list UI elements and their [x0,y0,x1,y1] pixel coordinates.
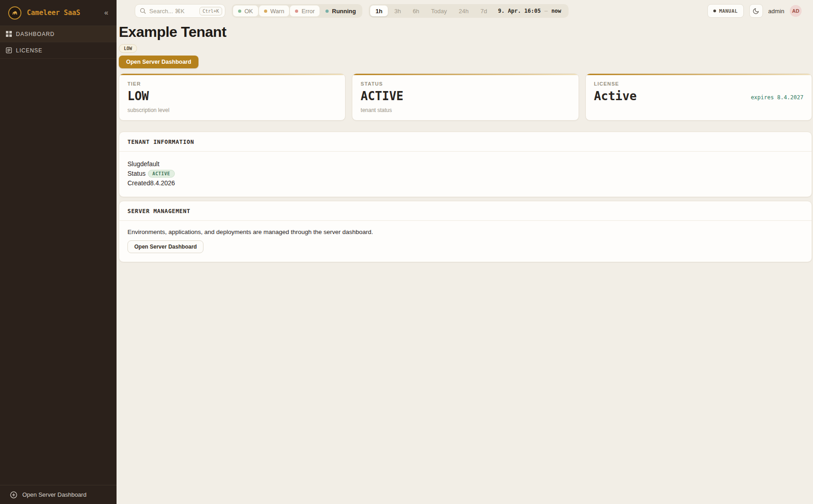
mode-badge-label: MANUAL [719,8,738,14]
panel-header: TENANT INFORMATION [119,132,812,152]
server-management-description: Environments, applications, and deployme… [127,229,803,235]
warn-status-dot-icon [264,10,267,13]
info-value: default [140,160,159,168]
sidebar-item-label: DASHBOARD [16,31,55,37]
sidebar-item-dashboard[interactable]: DASHBOARD [0,26,117,42]
time-range-6h[interactable]: 6h [407,5,425,16]
tenant-information-panel: TENANT INFORMATION Slugdefault Status AC… [119,132,812,197]
sidebar-item-license[interactable]: LICENSE [0,42,117,59]
license-expiry-note: expires 8.4.2027 [751,94,803,103]
tier-value: LOW [127,90,149,103]
range-from: 9. Apr. 16:05 [498,8,541,14]
page-title: Example Tenant [119,24,812,41]
time-range-3h[interactable]: 3h [389,5,406,16]
open-server-dashboard-secondary-button[interactable]: Open Server Dashboard [127,240,203,253]
sidebar-footer-label: Open Server Dashboard [22,491,86,498]
info-label: Slug [127,160,140,168]
status-filter-group: OK Warn Error Running [232,4,362,18]
search-shortcut-kbd: Ctrl+K [199,7,222,15]
time-range-group: 1h 3h 6h Today 24h 7d 9. Apr. 16:05 — no… [369,4,569,18]
info-value: 8.4.2026 [150,179,175,187]
card-subtext: subscription level [127,107,337,113]
search-input[interactable] [149,8,196,15]
plus-circle-icon [10,491,17,499]
license-card: LICENSE Active expires 8.4.2027 [585,73,812,121]
info-label: Created [127,179,150,187]
filter-label: Error [301,8,315,15]
active-status-badge: ACTIVE [148,170,175,178]
content: Example Tenant LOW Open Server Dashboard… [117,22,813,262]
search-icon [140,8,146,14]
time-range-display: 9. Apr. 16:05 — now [493,8,567,14]
search-box[interactable]: Ctrl+K [135,4,225,18]
tier-badge: LOW [119,44,137,53]
main-area: Ctrl+K OK Warn Error Running 1h 3h 6 [117,0,813,504]
filter-error-button[interactable]: Error [290,5,320,16]
info-label: Status [127,170,146,177]
server-management-panel: SERVER MANAGEMENT Environments, applicat… [119,201,812,262]
sidebar-collapse-icon[interactable]: « [102,8,111,18]
running-status-dot-icon [325,10,329,13]
sidebar-item-label: LICENSE [16,47,42,54]
time-range-7d[interactable]: 7d [475,5,493,16]
time-range-1h[interactable]: 1h [370,5,388,16]
topbar-right: MANUAL admin AD [707,4,802,18]
error-status-dot-icon [295,10,298,13]
card-label: STATUS [361,81,570,87]
filter-ok-button[interactable]: OK [233,5,258,16]
info-row-status: Status ACTIVE [127,169,803,178]
moon-icon [752,8,759,15]
sidebar-footer-open-server-dashboard[interactable]: Open Server Dashboard [0,485,117,504]
username-label: admin [768,8,784,15]
topbar: Ctrl+K OK Warn Error Running 1h 3h 6 [117,0,813,22]
sidebar-nav: DASHBOARD LICENSE [0,25,117,59]
range-separator: — [544,8,548,14]
license-document-icon [6,47,12,53]
user-avatar[interactable]: AD [790,5,802,17]
filter-label: OK [244,8,253,15]
tier-card: TIER LOW subscription level [119,73,346,121]
mode-badge: MANUAL [707,4,744,18]
range-to: now [551,8,561,14]
card-subtext: tenant status [361,107,570,113]
time-range-today[interactable]: Today [426,5,452,16]
license-value: Active [594,90,637,103]
brand-logo-icon [8,6,21,20]
filter-running-button[interactable]: Running [320,5,361,16]
filter-label: Running [332,8,356,15]
time-range-24h[interactable]: 24h [453,5,474,16]
open-server-dashboard-button[interactable]: Open Server Dashboard [119,56,198,68]
mode-dot-icon [713,10,716,12]
panel-header: SERVER MANAGEMENT [119,201,812,221]
info-row-created: Created8.4.2026 [127,178,803,188]
card-label: TIER [127,81,337,87]
status-card: STATUS ACTIVE tenant status [352,73,579,121]
filter-label: Warn [270,8,285,15]
card-label: LICENSE [594,81,803,87]
stat-cards: TIER LOW subscription level STATUS ACTIV… [119,73,812,121]
theme-toggle-button[interactable] [749,4,763,18]
dashboard-grid-icon [6,31,12,37]
brand-name: Cameleer SaaS [27,9,102,17]
ok-status-dot-icon [238,10,241,13]
status-value: ACTIVE [361,90,403,103]
sidebar: Cameleer SaaS « DASHBOARD LICENSE [0,0,117,504]
filter-warn-button[interactable]: Warn [259,5,290,16]
info-row-slug: Slugdefault [127,159,803,169]
sidebar-header: Cameleer SaaS « [0,0,117,25]
